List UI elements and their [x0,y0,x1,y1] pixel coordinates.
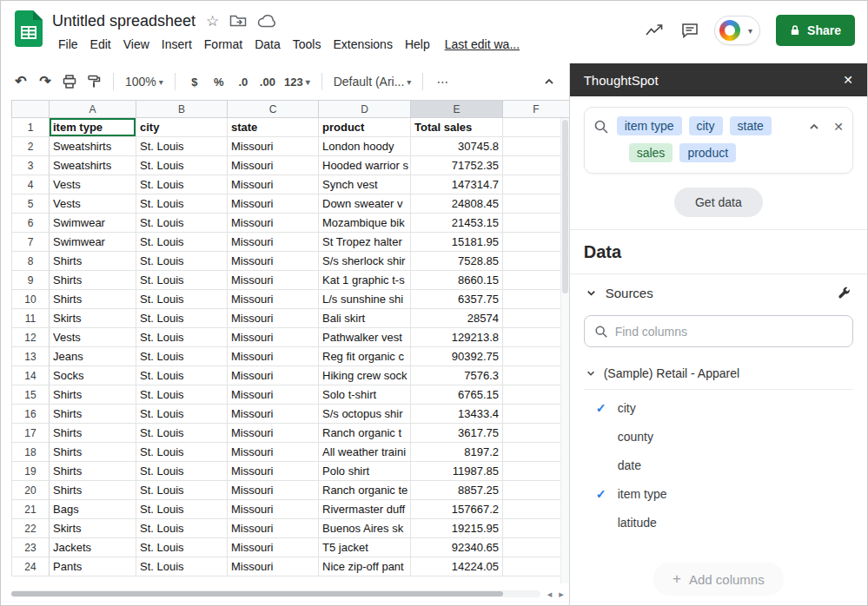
cell-F18[interactable] [503,443,569,462]
cell-F24[interactable] [503,557,569,576]
cell-F2[interactable] [503,137,569,156]
format-button-123[interactable]: 123▾ [281,70,314,94]
cell-E3[interactable]: 71752.35 [411,156,503,175]
cell-D14[interactable]: Hiking crew sock [319,366,411,385]
cell-D3[interactable]: Hooded warrior s [319,156,411,175]
cell-F19[interactable] [503,462,569,481]
vertical-scrollbar[interactable] [560,118,569,583]
column-header-F[interactable]: F [503,100,569,118]
cell-B7[interactable]: St. Louis [136,233,228,252]
cell-A20[interactable]: Shirts [50,481,136,500]
cell-B3[interactable]: St. Louis [136,156,228,175]
search-token-sales[interactable]: sales [629,143,673,162]
cell-F9[interactable] [503,271,569,290]
cell-E11[interactable]: 28574 [411,309,503,328]
cell-D12[interactable]: Pathwalker vest [319,328,411,347]
cell-E20[interactable]: 8857.25 [411,481,503,500]
cell-D15[interactable]: Solo t-shirt [319,385,411,405]
cell-C23[interactable]: Missouri [228,538,319,557]
cell-B2[interactable]: St. Louis [136,137,228,156]
cell-B23[interactable]: St. Louis [136,538,228,557]
cell-F15[interactable] [503,385,569,405]
source-group-toggle[interactable]: (Sample) Retail - Apparel [584,358,853,390]
cell-F13[interactable] [503,347,569,366]
cell-D9[interactable]: Kat 1 graphic t-s [319,271,411,290]
cell-E10[interactable]: 6357.75 [411,290,503,309]
cell-F10[interactable] [503,290,569,309]
cell-A23[interactable]: Jackets [50,538,136,557]
print-button[interactable] [58,70,81,94]
cell-A17[interactable]: Shirts [50,424,136,443]
row-header-1[interactable]: 1 [11,118,50,137]
cell-A15[interactable]: Shirts [50,385,136,405]
zoom-menu[interactable]: 100% ▾ [122,70,167,94]
cell-B10[interactable]: St. Louis [136,290,228,309]
search-token-city[interactable]: city [689,116,723,135]
wrench-icon[interactable] [837,286,851,300]
cell-D7[interactable]: St Tropez halter [319,233,411,252]
cell-D24[interactable]: Nice zip-off pant [319,557,411,576]
cell-D10[interactable]: L/s sunshine shi [319,290,411,309]
find-columns-field[interactable] [584,315,853,347]
row-header-14[interactable]: 14 [11,366,50,385]
cell-C8[interactable]: Missouri [228,252,319,271]
cell-A10[interactable]: Shirts [50,290,136,309]
menu-extensions[interactable]: Extensions [327,36,398,53]
cell-F22[interactable] [503,519,569,538]
cell-D8[interactable]: S/s sherlock shir [319,252,411,271]
column-header-C[interactable]: C [228,100,319,118]
row-header-16[interactable]: 16 [11,405,50,424]
cell-E17[interactable]: 3617.75 [411,424,503,443]
cell-B11[interactable]: St. Louis [136,309,228,328]
sheets-logo-icon[interactable] [15,10,43,47]
cell-A9[interactable]: Shirts [50,271,136,290]
cell-C2[interactable]: Missouri [228,137,319,156]
cell-B1[interactable]: city [136,118,228,137]
cell-F5[interactable] [503,194,569,214]
paint-format-button[interactable] [83,70,105,94]
source-column-county[interactable]: county [584,422,853,451]
cell-D17[interactable]: Ranch organic t [319,424,411,443]
cloud-status-icon[interactable] [257,14,276,28]
cell-F1[interactable] [503,118,569,137]
row-header-3[interactable]: 3 [11,156,50,175]
cell-A3[interactable]: Sweatshirts [50,156,136,175]
search-token-state[interactable]: state [730,116,772,135]
toolbar-collapse-button[interactable] [538,70,560,94]
cell-A16[interactable]: Shirts [50,405,136,424]
row-header-21[interactable]: 21 [11,500,50,519]
cell-B17[interactable]: St. Louis [136,424,228,443]
column-header-A[interactable]: A [50,100,136,118]
cell-E12[interactable]: 129213.8 [411,328,503,347]
presence-menu[interactable]: ▾ [714,16,760,45]
cell-D20[interactable]: Ranch organic te [319,481,411,500]
menu-help[interactable]: Help [399,36,436,53]
cell-E14[interactable]: 7576.3 [411,366,503,385]
cell-A7[interactable]: Swimwear [50,233,136,252]
last-edit-link[interactable]: Last edit wa... [445,37,520,51]
cell-A14[interactable]: Socks [50,366,136,385]
cell-B12[interactable]: St. Louis [136,328,228,347]
cell-E6[interactable]: 21453.15 [411,214,503,233]
menu-file[interactable]: File [52,36,84,53]
cell-A18[interactable]: Shirts [50,443,136,462]
cell-C4[interactable]: Missouri [228,175,319,194]
cell-B16[interactable]: St. Louis [136,405,228,424]
cell-E13[interactable]: 90392.75 [411,347,503,366]
cell-C16[interactable]: Missouri [228,405,319,424]
cell-E8[interactable]: 7528.85 [411,252,503,271]
cell-A1[interactable]: item type [50,118,136,137]
sources-section-toggle[interactable]: Sources [584,274,853,308]
vertical-scroll-thumb[interactable] [562,120,568,293]
cell-A2[interactable]: Sweatshirts [50,137,136,156]
column-header-E[interactable]: E [411,100,503,118]
cell-C24[interactable]: Missouri [228,557,319,576]
format-button-00[interactable]: .00 [256,70,279,94]
cell-F8[interactable] [503,252,569,271]
cell-D21[interactable]: Rivermaster duff [319,500,411,519]
source-column-city[interactable]: ✓city [584,393,853,422]
cell-B5[interactable]: St. Louis [136,194,228,214]
menu-tools[interactable]: Tools [287,36,328,53]
horizontal-scroll-track[interactable] [11,590,540,597]
cell-A11[interactable]: Skirts [50,309,136,328]
